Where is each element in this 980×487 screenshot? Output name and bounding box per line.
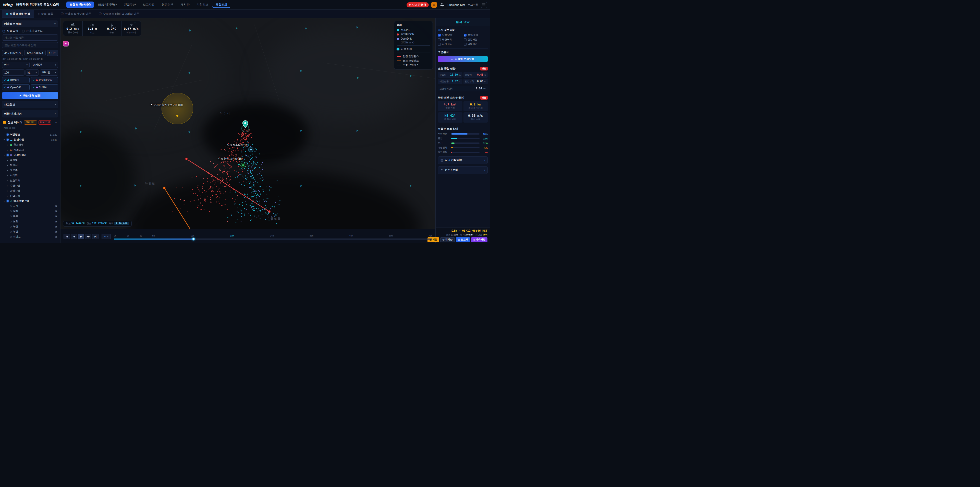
layer-row[interactable]: 서귀포 ▣	[2, 234, 58, 239]
playback-button[interactable]: ◀	[71, 234, 77, 239]
expand-arrow-icon[interactable]: ▸	[6, 195, 9, 197]
radio-image-upload[interactable]: 이미지 업로드	[22, 29, 43, 33]
layer-off-toggle[interactable]	[10, 220, 12, 222]
display-option[interactable]: 시간 표시	[438, 43, 462, 46]
layer-row[interactable]: ▸ 보호지역	[2, 178, 58, 183]
tab[interactable]: ≡ 분석 목록	[34, 10, 56, 18]
duration-select[interactable]: 48시간▾	[40, 69, 58, 76]
layer-extent-icon[interactable]: ▣	[55, 210, 57, 212]
owner-insurance-section[interactable]: ☂ 선주 / 보험 ›	[438, 166, 488, 174]
action-button[interactable]: ▤ 보고서	[456, 237, 470, 242]
layer-row[interactable]: ▸ 산업자원	[2, 193, 58, 198]
tick-label[interactable]: 24h	[270, 235, 274, 237]
nav-item[interactable]: 유출유 확산예측	[66, 2, 94, 8]
nav-item[interactable]: 기상정보	[193, 2, 211, 8]
layer-extent-icon[interactable]: ▣	[55, 225, 57, 228]
layer-off-toggle[interactable]	[10, 236, 12, 238]
tab[interactable]: ⓘ 오일펜스 배치 알고리즘 이론	[95, 10, 143, 18]
layer-row[interactable]: ▸ 계절별	[2, 158, 58, 163]
oil-type-select[interactable]: 벙커C유▾	[30, 62, 58, 68]
polygon-analysis-button[interactable]: ▱다각형 분석수행	[438, 56, 488, 62]
nav-item[interactable]: 보고자료	[140, 2, 158, 8]
wetland-marker-label[interactable]: ⚑여자만 습지보호구역 (6h)	[151, 103, 183, 107]
layer-off-toggle[interactable]	[10, 205, 12, 207]
tick-label[interactable]: 36h	[310, 235, 313, 237]
layer-row[interactable]: 목포 ▣	[2, 214, 58, 219]
tick-label[interactable]: 72h	[428, 235, 432, 237]
checkbox-icon[interactable]	[464, 34, 466, 37]
expand-arrow-icon[interactable]: ▸	[6, 179, 9, 182]
display-option[interactable]: 유향/유속	[438, 34, 462, 37]
playback-button[interactable]: |◀	[64, 234, 70, 239]
layer-row[interactable]: ▸ 서식지	[2, 173, 58, 178]
checkbox-icon[interactable]	[464, 43, 466, 46]
layer-on-toggle[interactable]	[6, 154, 9, 156]
run-prediction-button[interactable]: ▶확산예측 실행	[2, 92, 58, 99]
accident-info-section[interactable]: 사고정보▸	[2, 101, 58, 108]
tick-label[interactable]: 0h	[114, 235, 116, 237]
incident-pin-icon[interactable]	[242, 120, 248, 128]
checkbox-icon[interactable]	[464, 38, 466, 41]
notification-bell-button[interactable]	[439, 2, 445, 8]
accident-name-input[interactable]	[2, 35, 58, 41]
expand-arrow-icon[interactable]: ▾	[3, 139, 5, 141]
tick-label[interactable]: 18h	[230, 235, 234, 237]
layer-row[interactable]: 보령 ▣	[2, 219, 58, 224]
map-style-button[interactable]: ✦	[63, 41, 68, 46]
farm-poi-icon[interactable]: ✿	[241, 163, 245, 167]
pick-on-map-button[interactable]: ⌖지도	[47, 50, 58, 56]
layer-row[interactable]: ▸ ▤ 사회경제	[2, 147, 58, 152]
layer-on-toggle[interactable]	[6, 200, 9, 202]
expand-arrow-icon[interactable]: ▾	[3, 200, 5, 202]
layer-row[interactable]: ▸ 해안선	[2, 163, 58, 168]
fence-event-icon[interactable]: ♡	[127, 235, 129, 238]
layer-extent-icon[interactable]: ▣	[55, 205, 57, 208]
tick-label[interactable]: 48h	[349, 235, 353, 237]
radio-direct-input[interactable]: 직접 입력	[3, 29, 18, 33]
tick-label[interactable]: 12h	[191, 235, 194, 237]
hamburger-menu-button[interactable]	[481, 2, 487, 8]
nav-item[interactable]: HNS·대기확산	[95, 2, 120, 8]
layer-row[interactable]: ▸ 생물종	[2, 168, 58, 173]
action-button[interactable]: ▣ 저장	[428, 237, 439, 242]
longitude-input[interactable]	[24, 50, 45, 56]
expand-arrow-icon[interactable]: ▸	[6, 159, 9, 161]
expand-arrow-icon[interactable]: ▸	[6, 164, 9, 166]
beach-poi-icon[interactable]: ☂	[248, 147, 254, 152]
model-chip[interactable]: ✓ 앙상블	[30, 84, 58, 90]
expand-arrow-icon[interactable]: ▾	[3, 154, 5, 156]
playback-button[interactable]: ▶▶	[85, 234, 91, 239]
expand-arrow-icon[interactable]: ▸	[6, 144, 9, 146]
layer-row[interactable]: ▾ ⚓ 해경관할구역	[2, 198, 58, 204]
layer-on-toggle[interactable]	[6, 139, 9, 141]
nav-item[interactable]: 항공탐색	[159, 2, 177, 8]
layer-row[interactable]: 동해 ▣	[2, 209, 58, 214]
fence-event-icon[interactable]: ♡	[140, 235, 142, 238]
spill-type-select[interactable]: 연속▾	[2, 62, 30, 68]
nav-item[interactable]: 긴급구난	[121, 2, 139, 8]
playback-button[interactable]: ▶	[78, 234, 84, 239]
display-option[interactable]: 날짜시간	[464, 43, 488, 46]
checkbox-icon[interactable]	[438, 38, 441, 41]
display-option[interactable]: 풍향/풍속	[464, 34, 488, 37]
tick-label[interactable]: 6h	[152, 235, 155, 237]
map-canvas[interactable]: ▶▶▶▶▶▶▶▶▶▶▶▶▶▶▶▶▶▶▶ ⚑여자만 습지보호구역 (6h) 웅천 …	[60, 18, 435, 229]
display-option[interactable]: 민감자원	[464, 38, 488, 42]
layer-extent-icon[interactable]: ▣	[55, 230, 57, 233]
layer-row[interactable]: ▸ 수산자원	[2, 183, 58, 188]
unit-select[interactable]: kL▾	[25, 69, 39, 76]
tab[interactable]: ▦ 유출유 확산분석	[2, 10, 34, 18]
layer-row[interactable]: ▸ 관광자원	[2, 188, 58, 193]
amount-input[interactable]	[2, 69, 24, 76]
timeline-handle[interactable]	[192, 238, 195, 240]
timeline-track[interactable]: ♡ ♡	[114, 238, 432, 240]
action-button[interactable]: ◆ 예측저장	[471, 237, 487, 242]
sensitive-resource-section[interactable]: 영향 민감자원▸	[2, 110, 58, 118]
tick-label[interactable]: 60h	[389, 235, 393, 237]
layer-off-toggle[interactable]	[10, 231, 12, 233]
accident-list-input[interactable]	[2, 42, 58, 48]
checkbox-icon[interactable]	[438, 43, 441, 46]
logout-button[interactable]: 로그아웃	[468, 3, 478, 6]
nav-item[interactable]: 통합조회	[212, 2, 230, 8]
layer-row[interactable]: 어장정보 17,129	[2, 132, 58, 137]
